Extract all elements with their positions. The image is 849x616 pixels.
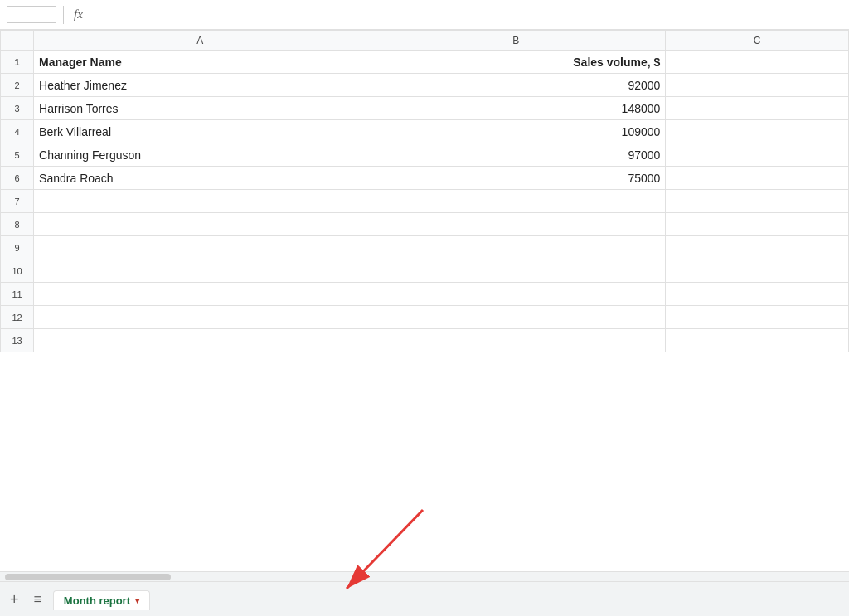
- col-a-header[interactable]: A: [34, 31, 366, 51]
- add-sheet-button[interactable]: +: [7, 592, 22, 607]
- cell-col-b[interactable]: [366, 283, 666, 306]
- table-row[interactable]: 10: [1, 259, 849, 283]
- formula-bar-divider: [63, 6, 64, 24]
- table-row[interactable]: 4Berk Villarreal109000: [1, 120, 849, 143]
- cell-col-c[interactable]: [666, 283, 849, 306]
- cell-col-a[interactable]: Channing Ferguson: [34, 143, 366, 167]
- table-row[interactable]: 8: [1, 213, 849, 236]
- cell-col-a[interactable]: Harrison Torres: [34, 97, 366, 120]
- cell-col-a[interactable]: Berk Villarreal: [34, 120, 366, 143]
- cell-col-c[interactable]: [666, 306, 849, 329]
- cell-col-b[interactable]: [366, 259, 666, 283]
- cell-col-b[interactable]: 148000: [366, 97, 666, 120]
- row-number: 5: [1, 143, 34, 167]
- scroll-thumb[interactable]: [5, 574, 171, 580]
- table-row[interactable]: 9: [1, 236, 849, 259]
- table-row[interactable]: 13: [1, 329, 849, 352]
- table-row[interactable]: 12: [1, 306, 849, 329]
- row-number: 9: [1, 236, 34, 259]
- cell-col-c[interactable]: [666, 74, 849, 97]
- cell-col-c[interactable]: [666, 143, 849, 167]
- sheet-body: 1Manager NameSales volume, $2Heather Jim…: [1, 51, 849, 352]
- table-row[interactable]: 11: [1, 283, 849, 306]
- cell-col-c[interactable]: [666, 213, 849, 236]
- cell-col-a[interactable]: Sandra Roach: [34, 167, 366, 190]
- table-row[interactable]: 3Harrison Torres148000: [1, 97, 849, 120]
- spreadsheet-container: A B C 1Manager NameSales volume, $2Heath…: [0, 30, 849, 581]
- cell-col-b[interactable]: [366, 236, 666, 259]
- formula-input[interactable]: [93, 8, 842, 21]
- cell-col-b[interactable]: Sales volume, $: [366, 51, 666, 74]
- col-c-header[interactable]: C: [666, 31, 849, 51]
- cell-col-a[interactable]: [34, 283, 366, 306]
- cell-col-b[interactable]: 92000: [366, 74, 666, 97]
- row-number: 8: [1, 213, 34, 236]
- sheet-tab-label: Month report: [64, 594, 130, 607]
- cell-reference-box[interactable]: D1: [7, 6, 56, 23]
- cell-col-b[interactable]: 109000: [366, 120, 666, 143]
- corner-header: [1, 31, 34, 51]
- sheet-menu-button[interactable]: ≡: [32, 592, 43, 607]
- row-number: 12: [1, 306, 34, 329]
- cell-col-c[interactable]: [666, 236, 849, 259]
- fx-icon: fx: [70, 7, 86, 22]
- table-row[interactable]: 2Heather Jimenez92000: [1, 74, 849, 97]
- row-number: 4: [1, 120, 34, 143]
- row-number: 2: [1, 74, 34, 97]
- cell-col-a[interactable]: Manager Name: [34, 51, 366, 74]
- horizontal-scrollbar[interactable]: [0, 571, 849, 581]
- spreadsheet-table: A B C 1Manager NameSales volume, $2Heath…: [0, 30, 849, 352]
- formula-bar: D1 fx: [0, 0, 849, 30]
- table-row[interactable]: 1Manager NameSales volume, $: [1, 51, 849, 74]
- cell-col-b[interactable]: [366, 213, 666, 236]
- row-number: 6: [1, 167, 34, 190]
- cell-col-c[interactable]: [666, 190, 849, 213]
- sheet-table-wrapper[interactable]: A B C 1Manager NameSales volume, $2Heath…: [0, 30, 849, 571]
- cell-col-c[interactable]: [666, 51, 849, 74]
- cell-col-a[interactable]: [34, 236, 366, 259]
- table-row[interactable]: 7: [1, 190, 849, 213]
- cell-col-b[interactable]: [366, 306, 666, 329]
- row-number: 13: [1, 329, 34, 352]
- cell-col-c[interactable]: [666, 329, 849, 352]
- cell-col-b[interactable]: [366, 190, 666, 213]
- tab-bar: + ≡ Month report ▾: [0, 581, 849, 616]
- table-row[interactable]: 6Sandra Roach75000: [1, 167, 849, 190]
- cell-col-c[interactable]: [666, 97, 849, 120]
- cell-col-a[interactable]: [34, 213, 366, 236]
- column-header-row: A B C: [1, 31, 849, 51]
- cell-col-c[interactable]: [666, 167, 849, 190]
- cell-col-a[interactable]: [34, 190, 366, 213]
- row-number: 10: [1, 259, 34, 283]
- row-number: 11: [1, 283, 34, 306]
- row-number: 3: [1, 97, 34, 120]
- row-number: 1: [1, 51, 34, 74]
- table-row[interactable]: 5Channing Ferguson97000: [1, 143, 849, 167]
- cell-col-b[interactable]: 75000: [366, 167, 666, 190]
- cell-col-a[interactable]: [34, 306, 366, 329]
- cell-col-b[interactable]: [366, 329, 666, 352]
- sheet-tab-dropdown-icon[interactable]: ▾: [135, 596, 139, 605]
- row-number: 7: [1, 190, 34, 213]
- col-b-header[interactable]: B: [366, 31, 666, 51]
- cell-col-c[interactable]: [666, 259, 849, 283]
- cell-col-a[interactable]: Heather Jimenez: [34, 74, 366, 97]
- cell-col-c[interactable]: [666, 120, 849, 143]
- cell-col-a[interactable]: [34, 259, 366, 283]
- cell-col-a[interactable]: [34, 329, 366, 352]
- cell-col-b[interactable]: 97000: [366, 143, 666, 167]
- sheet-tab-month-report[interactable]: Month report ▾: [53, 590, 150, 610]
